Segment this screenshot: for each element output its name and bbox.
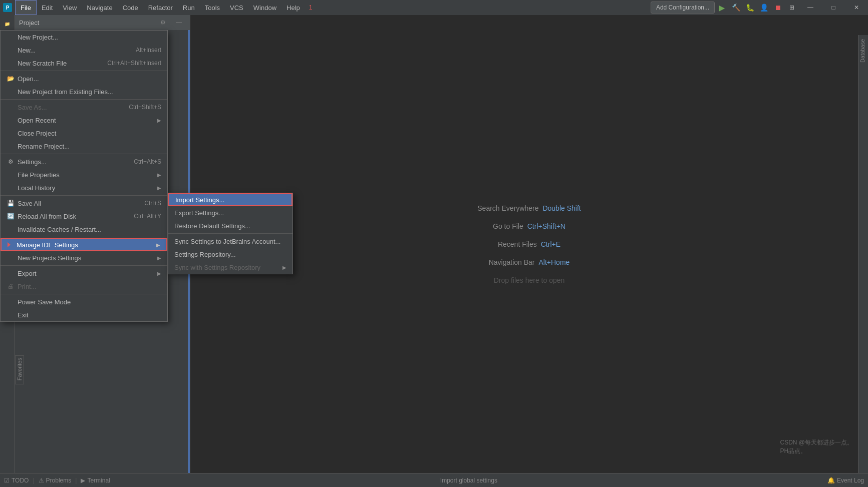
drop-files-label: Drop files here to open	[494, 276, 565, 284]
file-save-as: Save As... Ctrl+Shift+S	[1, 101, 167, 114]
favorites-panel-tab[interactable]: Favorites	[15, 355, 24, 384]
submenu-divider-1	[168, 233, 293, 234]
recent-files-label: Recent Files	[498, 240, 537, 248]
submenu-sync-with-repo: Sync with Settings Repository ▶	[168, 261, 293, 274]
save-as-label: Save As...	[18, 104, 47, 111]
divider-3	[1, 154, 167, 154]
file-manage-ide-settings[interactable]: Manage IDE Settings ▶	[1, 238, 167, 251]
event-log-label: Event Log	[837, 477, 864, 484]
invalidate-caches-label: Invalidate Caches / Restart...	[18, 226, 101, 233]
maximize-editor-button[interactable]: ⊞	[785, 1, 799, 15]
file-close-project[interactable]: Close Project	[1, 127, 167, 140]
file-rename-project[interactable]: Rename Project...	[1, 140, 167, 153]
hint-goto-file: Go to File Ctrl+Shift+N	[493, 222, 565, 230]
local-history-label: Local History	[18, 184, 55, 192]
save-as-shortcut: Ctrl+Shift+S	[129, 104, 161, 111]
menu-window[interactable]: Window	[248, 0, 281, 15]
file-new-from-existing[interactable]: New Project from Existing Files...	[1, 85, 167, 98]
menu-vcs[interactable]: VCS	[225, 0, 248, 15]
file-open-recent[interactable]: Open Recent ▶	[1, 114, 167, 127]
watermark-text-2: PH品点。	[780, 447, 853, 455]
todo-checkbox-icon: ☑	[4, 477, 10, 484]
menu-help[interactable]: Help	[281, 0, 305, 15]
export-label: Export	[18, 270, 37, 277]
file-save-all[interactable]: 💾 Save All Ctrl+S	[1, 197, 167, 210]
terminal-icon: ▶	[81, 477, 85, 484]
sidebar-tool-project[interactable]: 📁	[1, 17, 15, 31]
submenu-import-settings[interactable]: Import Settings...	[168, 193, 293, 206]
menu-navigate[interactable]: Navigate	[82, 0, 117, 15]
navigation-bar-label: Navigation Bar	[489, 258, 535, 266]
sync-with-repo-label: Sync with Settings Repository	[174, 264, 260, 271]
settings-shortcut: Ctrl+Alt+S	[134, 158, 161, 165]
main-area: 📁 ★ Project ⚙ — Search Everywhere Double…	[0, 15, 868, 473]
manage-ide-arrow-indicator	[8, 242, 11, 247]
file-settings[interactable]: ⚙ Settings... Ctrl+Alt+S	[1, 155, 167, 168]
divider-7	[1, 294, 167, 294]
file-new[interactable]: New... Alt+Insert	[1, 44, 167, 57]
panel-gear-icon[interactable]: ⚙	[156, 16, 170, 30]
submenu-export-settings[interactable]: Export Settings...	[168, 206, 293, 219]
new-project-label: New Project...	[18, 34, 58, 41]
file-properties[interactable]: File Properties ▶	[1, 168, 167, 181]
menu-tools[interactable]: Tools	[200, 0, 225, 15]
new-projects-settings-arrow: ▶	[157, 255, 161, 261]
search-everywhere-label: Search Everywhere	[477, 204, 538, 212]
menu-file[interactable]: File	[15, 0, 37, 15]
file-open[interactable]: 📂 Open...	[1, 72, 167, 85]
import-global-settings[interactable]: Import global settings	[440, 477, 497, 484]
submenu-sync-jetbrains[interactable]: Sync Settings to JetBrains Account...	[168, 235, 293, 248]
run-button[interactable]: ▶	[715, 1, 729, 15]
file-local-history[interactable]: Local History ▶	[1, 181, 167, 194]
file-new-projects-settings[interactable]: New Projects Settings ▶	[1, 251, 167, 264]
menu-run[interactable]: Run	[178, 0, 200, 15]
build-button[interactable]: 🔨	[729, 1, 743, 15]
menu-edit[interactable]: Edit	[37, 0, 58, 15]
reload-icon: 🔄	[7, 213, 15, 220]
sync-jetbrains-label: Sync Settings to JetBrains Account...	[174, 238, 280, 245]
menu-refactor[interactable]: Refactor	[143, 0, 178, 15]
debug-button[interactable]: 🐛	[743, 1, 757, 15]
profile-button[interactable]: 👤	[757, 1, 771, 15]
database-panel-tab[interactable]: Database	[858, 35, 866, 67]
file-new-scratch[interactable]: New Scratch File Ctrl+Alt+Shift+Insert	[1, 57, 167, 70]
search-everywhere-key: Double Shift	[542, 204, 581, 212]
add-configuration-button[interactable]: Add Configuration...	[651, 2, 715, 14]
titlebar: P File Edit View Navigate Code Refactor …	[0, 0, 868, 15]
favorites-label: Favorites	[17, 358, 23, 380]
open-label: Open...	[18, 75, 39, 83]
minimize-button[interactable]: —	[799, 0, 822, 15]
statusbar-terminal[interactable]: ▶ Terminal	[81, 477, 110, 484]
file-export[interactable]: Export ▶	[1, 267, 167, 280]
menu-view[interactable]: View	[58, 0, 82, 15]
right-sidebar: Database	[858, 35, 868, 487]
divider-1	[1, 71, 167, 71]
file-new-project[interactable]: New Project...	[1, 31, 167, 44]
new-scratch-label: New Scratch File	[18, 60, 67, 67]
file-invalidate-caches[interactable]: Invalidate Caches / Restart...	[1, 223, 167, 236]
import-global-text: Import global settings	[440, 477, 497, 484]
file-properties-arrow: ▶	[157, 172, 161, 178]
stop-button[interactable]: ⏹	[771, 1, 785, 15]
new-projects-settings-label: New Projects Settings	[18, 254, 81, 262]
close-button[interactable]: ✕	[845, 0, 868, 15]
hint-drop-files: Drop files here to open	[494, 276, 565, 284]
menu-code[interactable]: Code	[118, 0, 143, 15]
file-reload-all[interactable]: 🔄 Reload All from Disk Ctrl+Alt+Y	[1, 210, 167, 223]
maximize-button[interactable]: □	[822, 0, 845, 15]
divider-2	[1, 99, 167, 100]
sync-with-repo-arrow: ▶	[282, 265, 286, 270]
problems-label: Problems	[46, 477, 72, 484]
statusbar-problems[interactable]: ⚠ Problems	[39, 477, 72, 484]
statusbar-todo[interactable]: ☑ TODO	[4, 477, 29, 484]
submenu-settings-repository[interactable]: Settings Repository...	[168, 248, 293, 261]
todo-label: TODO	[12, 477, 29, 484]
panel-minimize-icon[interactable]: —	[172, 16, 186, 30]
manage-ide-settings-arrow: ▶	[156, 242, 160, 248]
problems-icon: ⚠	[39, 477, 44, 484]
file-exit[interactable]: Exit	[1, 308, 167, 321]
submenu-restore-defaults[interactable]: Restore Default Settings...	[168, 219, 293, 232]
file-power-save-mode[interactable]: Power Save Mode	[1, 295, 167, 308]
statusbar-event-log[interactable]: 🔔 Event Log	[827, 477, 864, 484]
event-log-icon: 🔔	[827, 477, 835, 484]
